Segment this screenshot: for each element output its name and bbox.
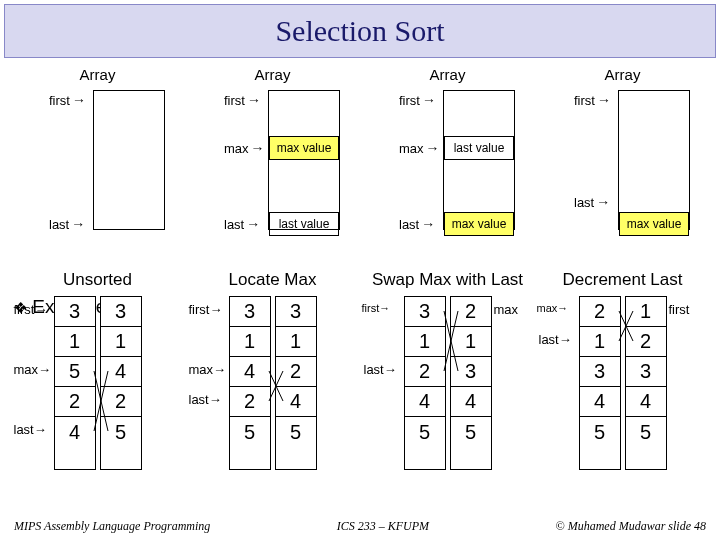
example-pair-2: 3 1 4 2 5 3 1 2 4 5 first→ max→ last→ — [187, 296, 359, 470]
ptr-last: last→ — [49, 216, 85, 232]
page-title: Selection Sort — [275, 14, 444, 48]
cell: 5 — [55, 357, 95, 387]
arrow-right-icon: → — [421, 216, 435, 232]
cell: 1 — [101, 327, 141, 357]
ptr-max-left: max→ — [537, 302, 569, 314]
arrow-right-icon: → — [422, 92, 436, 108]
cell: 3 — [405, 297, 445, 327]
num-col: 3 1 2 4 5 — [275, 296, 317, 470]
ptr-max: max→ — [399, 140, 440, 156]
cell: 2 — [580, 297, 620, 327]
array-label: Array — [15, 66, 180, 83]
footer-left: MIPS Assembly Language Programming — [14, 519, 210, 534]
ptr-first-max: first→ — [362, 302, 391, 314]
arrow-right-icon: → — [426, 140, 440, 156]
array-box — [93, 90, 165, 230]
ptr-first: first→ — [49, 92, 86, 108]
ptr-max: max→ — [189, 362, 227, 377]
arrow-right-icon: → — [247, 92, 261, 108]
array-col-swap: Array first→ max→ last→ last value max v… — [365, 66, 530, 266]
ptr-first: first→ — [574, 92, 611, 108]
cell: 5 — [276, 417, 316, 447]
cell: 4 — [451, 387, 491, 417]
cell: 2 — [451, 297, 491, 327]
num-col: 3 1 4 2 5 — [100, 296, 142, 470]
array-box — [443, 90, 515, 230]
ptr-last: last→ — [364, 362, 397, 377]
cell: 2 — [55, 387, 95, 417]
array-box — [268, 90, 340, 230]
ptr-max-right: max — [494, 302, 519, 317]
phase-labels-row: Unsorted Locate Max Swap Max with Last D… — [0, 270, 720, 290]
value-max: max value — [269, 136, 339, 160]
example-row: 3 1 5 2 4 3 1 4 2 5 first→ max→ last→ 3 … — [0, 290, 720, 470]
cell: 2 — [276, 357, 316, 387]
array-box — [618, 90, 690, 230]
num-col: 3 1 2 4 5 — [404, 296, 446, 470]
value-last: last value — [269, 212, 339, 236]
num-col: 3 1 4 2 5 — [229, 296, 271, 470]
cell: 4 — [405, 387, 445, 417]
footer: MIPS Assembly Language Programming ICS 2… — [0, 519, 720, 534]
arrow-right-icon: → — [38, 362, 51, 377]
cell: 2 — [626, 327, 666, 357]
ptr-max: max→ — [14, 362, 52, 377]
arrow-right-icon: → — [72, 92, 86, 108]
arrow-right-icon: → — [379, 302, 390, 314]
value-max-final: max value — [619, 212, 689, 236]
cell: 5 — [230, 417, 270, 447]
cell: 4 — [626, 387, 666, 417]
arrow-right-icon: → — [213, 362, 226, 377]
ptr-last: last→ — [539, 332, 572, 347]
phase-locate: Locate Max — [190, 270, 355, 290]
arrow-right-icon: → — [251, 140, 265, 156]
ptr-last: last→ — [574, 194, 610, 210]
cell: 3 — [101, 297, 141, 327]
array-label: Array — [540, 66, 705, 83]
title-bar: Selection Sort — [4, 4, 716, 58]
concept-row: Array first→ last→ Array first→ max→ las… — [0, 66, 720, 266]
example-pair-1: 3 1 5 2 4 3 1 4 2 5 first→ max→ last→ — [12, 296, 184, 470]
cell: 1 — [55, 327, 95, 357]
cell: 3 — [580, 357, 620, 387]
arrow-right-icon: → — [246, 216, 260, 232]
arrow-right-icon: → — [209, 302, 222, 317]
arrow-right-icon: → — [557, 302, 568, 314]
cell: 5 — [451, 417, 491, 447]
cell: 5 — [405, 417, 445, 447]
cell: 3 — [230, 297, 270, 327]
ptr-first: first→ — [399, 92, 436, 108]
cell: 2 — [405, 357, 445, 387]
cell: 5 — [626, 417, 666, 447]
example-pair-4: 2 1 3 4 5 1 2 3 4 5 max→ last→ first — [537, 296, 709, 470]
array-col-locate: Array first→ max→ last→ max value last v… — [190, 66, 355, 266]
cell: 5 — [101, 417, 141, 447]
cell: 4 — [580, 387, 620, 417]
value-max-swapped: max value — [444, 212, 514, 236]
cell: 3 — [626, 357, 666, 387]
cell: 1 — [276, 327, 316, 357]
cell: 3 — [451, 357, 491, 387]
num-col: 3 1 5 2 4 — [54, 296, 96, 470]
cell: 4 — [230, 357, 270, 387]
ptr-first-right: first — [669, 302, 690, 317]
cell: 3 — [55, 297, 95, 327]
array-label: Array — [365, 66, 530, 83]
arrow-right-icon: → — [597, 92, 611, 108]
num-col: 2 1 3 4 5 — [579, 296, 621, 470]
ptr-max: max→ — [224, 140, 265, 156]
ptr-last: last→ — [399, 216, 435, 232]
arrow-right-icon: → — [384, 362, 397, 377]
value-last-swapped: last value — [444, 136, 514, 160]
cell: 2 — [101, 387, 141, 417]
ptr-first: first→ — [14, 302, 48, 317]
array-label: Array — [190, 66, 355, 83]
arrow-right-icon: → — [34, 302, 47, 317]
cell: 1 — [451, 327, 491, 357]
num-col: 1 2 3 4 5 — [625, 296, 667, 470]
arrow-right-icon: → — [34, 422, 47, 437]
phase-unsorted: Unsorted — [15, 270, 180, 290]
phase-swap: Swap Max with Last — [365, 270, 530, 290]
cell: 4 — [101, 357, 141, 387]
cell: 1 — [230, 327, 270, 357]
